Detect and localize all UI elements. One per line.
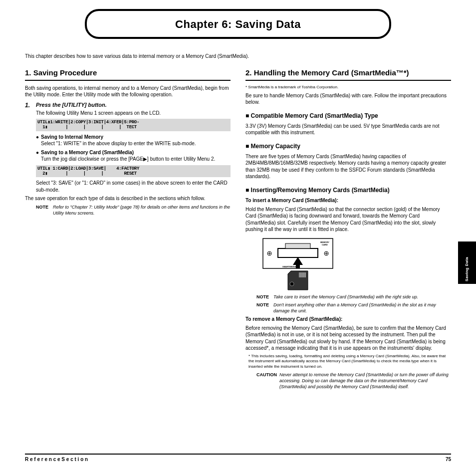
bullet-internal-memory: ● Saving to Internal Memory Select "1: W… xyxy=(36,134,231,147)
card-slot-illustration: MEMORY CARD SMARTMEDIA™ xyxy=(260,236,451,291)
step-1-detail: The following Utility Menu 1 screen appe… xyxy=(36,110,231,117)
section-saving-procedure: 1. Saving Procedure xyxy=(25,68,231,81)
smartmedia-footnote: * SmartMedia is a trademark of Toshiba C… xyxy=(245,85,451,90)
chapter-title-box: Chapter 6: Saving Data xyxy=(85,9,391,39)
left-para-2: Select "3: SAVE" (or "1: CARD" in some c… xyxy=(36,180,231,193)
sub-memory-capacity: ■ Memory Capacity xyxy=(245,142,451,150)
page-footer: R e f e r e n c e S e c t i o n 75 xyxy=(25,454,451,462)
left-column: 1. Saving Procedure Both saving operatio… xyxy=(25,62,231,392)
svg-point-18 xyxy=(290,282,294,286)
step-1-lead: Press the [UTILITY] button. xyxy=(36,101,231,109)
svg-text:SMARTMEDIA™: SMARTMEDIA™ xyxy=(282,265,298,268)
bullet-memory-card: ● Saving to a Memory Card (SmartMedia) T… xyxy=(36,149,231,163)
chapter-title: Chapter 6: Saving Data xyxy=(97,18,379,31)
svg-rect-1 xyxy=(278,248,318,257)
insert-head: To insert a Memory Card (SmartMedia): xyxy=(245,197,451,204)
page-number: 75 xyxy=(446,457,451,462)
note-insert-other: NOTE Don't insert anything other than a … xyxy=(256,302,451,314)
caution-remove: CAUTION Never attempt to remove the Memo… xyxy=(256,372,451,390)
svg-rect-2 xyxy=(285,243,310,248)
right-para-1: Be sure to handle Memory Cards (SmartMed… xyxy=(245,92,451,106)
note-utility-ref: NOTE Refer to "Chapter 7: Utility Mode" … xyxy=(36,204,231,216)
left-para-1: Both saving operations, to internal memo… xyxy=(25,85,231,98)
right-para-3: There are five types of Memory Cards (Sm… xyxy=(245,153,451,180)
section-tab: Saving Data xyxy=(458,241,476,284)
lcd-utility-menu-2: UTIL▮ 1:CARD|2:LOAD|3:SAVE| 4:FACTORY 2▮… xyxy=(36,165,231,178)
footer-section-label: R e f e r e n c e S e c t i o n xyxy=(25,457,88,462)
section-handling-card: 2. Handling the Memory Card (SmartMedia™… xyxy=(245,68,451,81)
chapter-intro: This chapter describes how to save vario… xyxy=(25,53,451,60)
sub-compatible-type: ■ Compatible Memory Card (SmartMedia) Ty… xyxy=(245,112,451,120)
left-para-3: The save operation for each type of data… xyxy=(25,195,231,202)
right-column: 2. Handling the Memory Card (SmartMedia™… xyxy=(245,62,451,392)
sub-insert-remove: ■ Inserting/Removing Memory Cards (Smart… xyxy=(245,186,451,194)
remove-footnote: * This includes saving, loading, formatt… xyxy=(248,354,451,370)
step-1: 1. Press the [UTILITY] button. The follo… xyxy=(25,101,231,116)
note-insert-orientation: NOTE Take care to insert the Memory Card… xyxy=(256,294,451,300)
right-para-2: 3.3V (3V) Memory Cards (SmartMedia) can … xyxy=(245,123,451,136)
step-number: 1. xyxy=(25,101,36,116)
remove-head: To remove a Memory Card (SmartMedia): xyxy=(245,316,451,323)
svg-text:CARD: CARD xyxy=(322,243,328,246)
remove-body: Before removing the Memory Card (SmartMe… xyxy=(245,325,451,352)
lcd-utility-menu-1: UTIL▮1:WRITE|2:COPY|3:INIT|4:XFER|5:PRO-… xyxy=(36,119,231,131)
insert-body: Hold the Memory Card (SmartMedia) so tha… xyxy=(245,206,451,233)
